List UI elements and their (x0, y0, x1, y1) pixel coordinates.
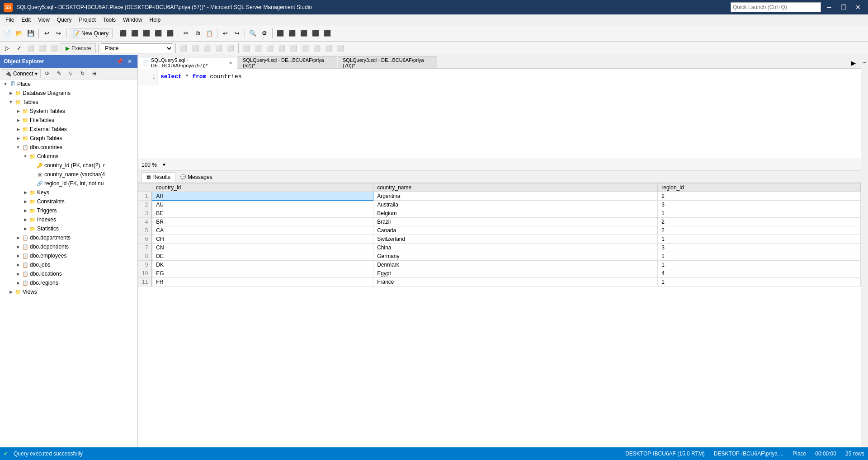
database-selector[interactable]: Place (101, 43, 173, 53)
tab-scroll-right[interactable]: ▶ (848, 57, 859, 68)
zoom-dropdown-btn[interactable]: ▼ (159, 160, 170, 170)
col-header-region-id[interactable]: region_id (658, 183, 861, 192)
close-button[interactable]: ✕ (852, 2, 864, 12)
cell-country-name[interactable]: Switzerland (373, 235, 658, 244)
toolbar-btn9[interactable]: ⬛ (287, 28, 297, 39)
copy-btn[interactable]: ⧉ (192, 28, 203, 39)
cell-country-id[interactable]: EG (152, 269, 373, 278)
toolbar2-btn8[interactable]: ⬜ (213, 43, 224, 54)
cell-country-name[interactable]: Brazil (373, 218, 658, 226)
expand-statistics[interactable]: ▶ (22, 225, 29, 232)
cell-country-id[interactable]: BR (152, 218, 373, 226)
expand-dbo-jobs[interactable]: ▶ (14, 261, 22, 268)
code-editor[interactable]: 1 select * from countries (138, 69, 861, 159)
cell-region-id[interactable]: 1 (658, 235, 861, 244)
table-row[interactable]: 11FRFrance1 (138, 278, 861, 286)
toolbar-btn11[interactable]: ⬛ (310, 28, 321, 39)
cell-region-id[interactable]: 1 (658, 209, 861, 218)
tree-dbo-jobs[interactable]: ▶ 📋 dbo.jobs (0, 260, 137, 269)
results-content[interactable]: country_id country_name region_id 1ARArg… (138, 183, 861, 315)
menu-project[interactable]: Project (75, 16, 99, 24)
cell-country-id[interactable]: BE (152, 209, 373, 218)
toolbar2-btn4[interactable]: ⬜ (49, 43, 60, 54)
paste-btn[interactable]: 📋 (204, 28, 215, 39)
expand-graph-tables[interactable]: ▶ (14, 135, 22, 142)
cell-region-id[interactable]: 1 (658, 261, 861, 269)
oe-close-btn[interactable]: ✕ (126, 58, 134, 65)
toolbar2-btn9[interactable]: ⬜ (225, 43, 236, 54)
expand-dbo-dependents[interactable]: ▶ (14, 243, 22, 250)
cell-region-id[interactable]: 1 (658, 252, 861, 261)
tree-external-tables[interactable]: ▶ 📁 External Tables (0, 125, 137, 134)
expand-external-tables[interactable]: ▶ (14, 126, 22, 133)
search-btn[interactable]: 🔍 (247, 28, 258, 39)
menu-view[interactable]: View (34, 16, 53, 24)
toolbar2-btn5[interactable]: ⬜ (178, 43, 189, 54)
tab5-close[interactable]: ✕ (229, 61, 232, 66)
expand-place[interactable]: ▼ (2, 80, 9, 88)
tree-dbo-employees[interactable]: ▶ 📋 dbo.employees (0, 251, 137, 260)
col-header-country-id[interactable]: country_id (152, 183, 373, 192)
oe-pin-btn[interactable]: 📌 (114, 58, 125, 65)
cut-btn[interactable]: ✂ (180, 28, 191, 39)
cell-region-id[interactable]: 1 (658, 278, 861, 286)
undo2-btn[interactable]: ↩ (220, 28, 231, 39)
cell-country-name[interactable]: Germany (373, 252, 658, 261)
cell-country-name[interactable]: Australia (373, 201, 658, 209)
table-row[interactable]: 2AUAustralia3 (138, 201, 861, 209)
toolbar2-btn2[interactable]: ⬜ (25, 43, 36, 54)
toolbar2-btn16[interactable]: ⬜ (311, 43, 322, 54)
expand-filetables[interactable]: ▶ (14, 117, 22, 124)
toolbar2-btn15[interactable]: ⬜ (300, 43, 311, 54)
cell-country-id[interactable]: CH (152, 235, 373, 244)
oe-filter-btn[interactable]: ▽ (65, 68, 76, 79)
tree-col-country-id[interactable]: 🔑 country_id (PK, char(2), r (0, 161, 137, 170)
cell-country-name[interactable]: Belgium (373, 209, 658, 218)
cell-country-id[interactable]: AR (152, 192, 373, 201)
expand-dbo-employees[interactable]: ▶ (14, 252, 22, 259)
expand-dbo-departments[interactable]: ▶ (14, 234, 22, 241)
tb-btn3[interactable]: ⬛ (141, 28, 152, 39)
cell-country-name[interactable]: Argentina (373, 192, 658, 201)
menu-file[interactable]: File (2, 16, 18, 24)
tab-query4[interactable]: SQLQuery4.sql - DE...BCU6AF\priya (52))* (238, 56, 337, 68)
cell-country-id[interactable]: CA (152, 226, 373, 235)
tree-dbo-locations[interactable]: ▶ 📋 dbo.locations (0, 269, 137, 278)
cell-country-id[interactable]: FR (152, 278, 373, 286)
expand-tables[interactable]: ▼ (7, 99, 14, 106)
tree-col-country-name[interactable]: ▣ country_name (varchar(4 (0, 170, 137, 179)
cell-region-id[interactable]: 3 (658, 201, 861, 209)
expand-constraints[interactable]: ▶ (22, 198, 29, 205)
redo-btn[interactable]: ↪ (53, 28, 64, 39)
cell-region-id[interactable]: 3 (658, 244, 861, 252)
cell-country-name[interactable]: France (373, 278, 658, 286)
restore-button[interactable]: ❐ (837, 2, 850, 12)
expand-indexes[interactable]: ▶ (22, 216, 29, 223)
toolbar2-btn17[interactable]: ⬜ (323, 43, 334, 54)
cell-country-name[interactable]: China (373, 244, 658, 252)
table-row[interactable]: 10EGEgypt4 (138, 269, 861, 278)
oe-refresh-all-btn[interactable]: ⟳ (42, 68, 52, 79)
results-tab-messages[interactable]: 💬 Messages (175, 172, 217, 182)
cell-country-id[interactable]: CN (152, 244, 373, 252)
toolbar2-btn13[interactable]: ⬜ (276, 43, 287, 54)
tree-place[interactable]: ▼ 🗄 Place (0, 80, 137, 89)
tree-tables[interactable]: ▼ 📁 Tables (0, 98, 137, 107)
tree-dbo-dependents[interactable]: ▶ 📋 dbo.dependents (0, 242, 137, 251)
tree-system-tables[interactable]: ▶ 📁 System Tables (0, 107, 137, 116)
expand-db-diagrams[interactable]: ▶ (7, 89, 14, 97)
table-row[interactable]: 8DEGermany1 (138, 252, 861, 261)
redo2-btn[interactable]: ↪ (231, 28, 242, 39)
right-sidebar-btn1[interactable]: ⟩ (859, 57, 868, 68)
toolbar2-btn14[interactable]: ⬜ (288, 43, 299, 54)
toolbar2-btn3[interactable]: ⬜ (37, 43, 48, 54)
oe-collapse-btn[interactable]: ⊟ (89, 68, 99, 79)
cell-region-id[interactable]: 4 (658, 269, 861, 278)
menu-query[interactable]: Query (53, 16, 75, 24)
tree-dbo-departments[interactable]: ▶ 📋 dbo.departments (0, 233, 137, 242)
table-row[interactable]: 5CACanada2 (138, 226, 861, 235)
table-row[interactable]: 6CHSwitzerland1 (138, 235, 861, 244)
tree-triggers[interactable]: ▶ 📁 Triggers (0, 206, 137, 215)
toolbar2-btn12[interactable]: ⬜ (264, 43, 275, 54)
expand-columns[interactable]: ▼ (22, 153, 29, 160)
